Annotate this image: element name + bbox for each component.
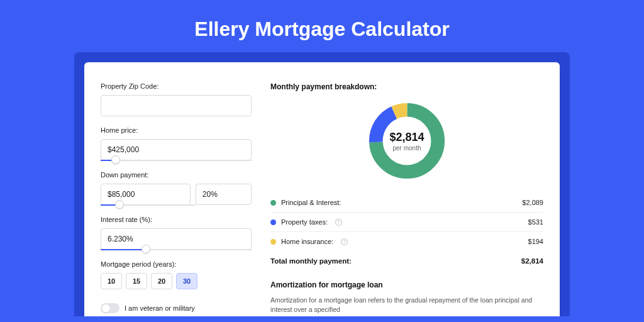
total-row: Total monthly payment: $2,814	[270, 251, 543, 271]
home-price-input[interactable]	[101, 139, 252, 160]
legend-label: Home insurance:	[281, 238, 333, 245]
period-btn-10[interactable]: 10	[101, 273, 122, 289]
legend-dot-icon	[270, 219, 276, 225]
interest-label: Interest rate (%):	[101, 216, 252, 223]
zip-label: Property Zip Code:	[101, 82, 252, 90]
form-column: Property Zip Code: Home price: Down paym…	[101, 82, 252, 316]
veteran-toggle-label: I am veteran or military	[125, 304, 195, 312]
down-payment-slider[interactable]	[101, 204, 196, 206]
period-options: 10152030	[101, 273, 252, 289]
period-btn-30[interactable]: 30	[176, 273, 197, 289]
legend-dot-icon	[270, 200, 276, 206]
down-payment-pct-input[interactable]	[196, 184, 252, 205]
breakdown-title: Monthly payment breakdown:	[270, 82, 543, 91]
legend-dot-icon	[270, 239, 276, 245]
legend-row: Property taxes:?$531	[270, 213, 543, 232]
legend-row: Home insurance:?$194	[270, 232, 543, 251]
interest-slider-thumb[interactable]	[142, 245, 150, 253]
down-payment-label: Down payment:	[101, 171, 252, 179]
legend-value: $194	[528, 238, 543, 245]
zip-field-block: Property Zip Code:	[101, 82, 252, 116]
period-field-block: Mortgage period (years): 10152030	[101, 260, 252, 289]
down-payment-slider-thumb[interactable]	[115, 200, 124, 209]
period-btn-20[interactable]: 20	[151, 273, 172, 289]
interest-slider-fill	[101, 249, 146, 250]
legend-label: Property taxes:	[281, 218, 328, 226]
period-label: Mortgage period (years):	[101, 260, 252, 268]
amortization-desc: Amortization for a mortgage loan refers …	[270, 296, 543, 314]
legend-value: $2,089	[522, 199, 543, 206]
legend-row: Principal & Interest:$2,089	[270, 193, 543, 213]
home-price-slider-thumb[interactable]	[111, 155, 120, 164]
breakdown-column: Monthly payment breakdown: $2,814 per mo…	[270, 82, 543, 316]
info-icon[interactable]: ?	[341, 238, 348, 245]
total-label: Total monthly payment:	[270, 257, 352, 265]
legend-value: $531	[528, 218, 543, 226]
home-price-field-block: Home price:	[101, 126, 252, 161]
donut-amount: $2,814	[389, 131, 424, 144]
interest-input[interactable]	[101, 228, 252, 250]
info-icon[interactable]: ?	[335, 219, 342, 226]
amortization-title: Amortization for mortgage loan	[270, 280, 543, 289]
zip-input[interactable]	[101, 95, 252, 116]
down-payment-input[interactable]	[101, 184, 191, 205]
veteran-toggle[interactable]	[101, 303, 119, 313]
page-title: Ellery Mortgage Calculator	[0, 0, 644, 52]
interest-field-block: Interest rate (%):	[101, 216, 252, 250]
calculator-card: Property Zip Code: Home price: Down paym…	[84, 62, 560, 316]
veteran-toggle-row: I am veteran or military	[101, 303, 252, 313]
home-price-slider[interactable]	[101, 160, 252, 161]
home-price-label: Home price:	[101, 126, 252, 134]
total-value: $2,814	[521, 257, 543, 265]
period-btn-15[interactable]: 15	[126, 273, 147, 289]
interest-slider[interactable]	[101, 249, 252, 250]
app-frame: Property Zip Code: Home price: Down paym…	[74, 52, 570, 316]
legend: Principal & Interest:$2,089Property taxe…	[270, 193, 543, 251]
donut-chart: $2,814 per month	[366, 100, 448, 182]
legend-label: Principal & Interest:	[281, 199, 341, 206]
down-payment-field-block: Down payment:	[101, 171, 252, 206]
amortization-block: Amortization for mortgage loan Amortizat…	[270, 280, 543, 314]
donut-center: $2,814 per month	[366, 100, 448, 182]
donut-chart-wrap: $2,814 per month	[270, 100, 543, 182]
donut-sub: per month	[392, 145, 421, 152]
